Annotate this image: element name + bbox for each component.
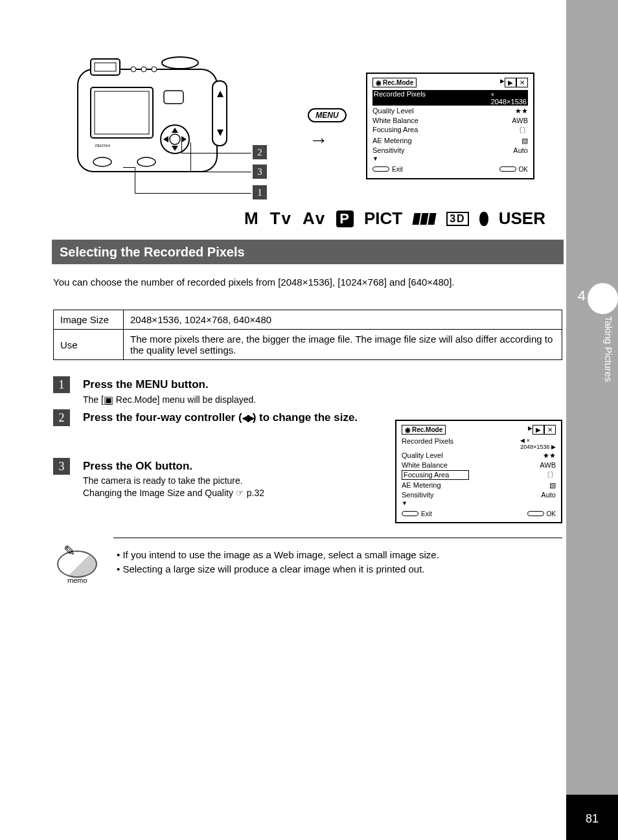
- memo-divider: [113, 538, 562, 538]
- spec-table: Image Size2048×1536, 1024×768, 640×480 U…: [53, 310, 562, 360]
- mode-pict: PICT: [364, 209, 402, 229]
- callout-3: 3: [253, 165, 267, 179]
- table-cell: The more pixels there are, the bigger th…: [124, 330, 562, 360]
- svg-point-3: [162, 57, 198, 69]
- svg-point-6: [152, 67, 157, 72]
- lcd-row-label: White Balance: [372, 117, 418, 124]
- metering-icon: ▧: [521, 137, 528, 145]
- leader-line: [190, 142, 191, 172]
- svg-point-13: [93, 157, 111, 166]
- step-3-sub1: The camera is ready to take the picture.: [83, 475, 381, 486]
- callout-1: 1: [253, 185, 267, 199]
- memo-label: memo: [67, 576, 87, 584]
- table-cell: 2048×1536, 1024×768, 640×480: [124, 310, 562, 330]
- step-1-text: Press the MENU button. The [▣ Rec.Mode] …: [83, 378, 556, 407]
- svg-rect-2: [95, 63, 116, 71]
- callout-2: 2: [253, 145, 267, 159]
- lcd-row-label: AE Metering: [372, 137, 412, 145]
- lcd-row-value: Auto: [513, 146, 528, 154]
- step-3-sub2: Changing the Image Size and Quality ☞ p.…: [83, 488, 381, 498]
- lcd-row-value: ×2048×1536: [491, 90, 527, 106]
- section-tab-caption: Taking Pictures: [603, 316, 614, 382]
- step-number-2: 2: [53, 409, 70, 426]
- svg-rect-10: [164, 91, 183, 104]
- lcd-preview-step: ◉Rec.Mode ▶ ▶ ✕ Recorded Pixels◀ ×2048×1…: [395, 420, 562, 523]
- chevron-right-icon: ▶: [528, 425, 532, 435]
- play-tab-icon: ▶: [532, 425, 544, 435]
- leader-line: [135, 167, 135, 193]
- table-cell: Image Size: [54, 310, 124, 330]
- margin-sidebar: [566, 0, 618, 840]
- setup-tab-icon: ✕: [544, 425, 556, 435]
- svg-point-4: [131, 67, 136, 72]
- lcd-foot-left: Exit: [421, 510, 432, 517]
- mode-m: M: [244, 209, 260, 229]
- lcd-foot-right: OK: [547, 510, 556, 517]
- lcd-row-label: Quality Level: [372, 107, 414, 115]
- mode-3d-icon: 3D: [446, 212, 468, 226]
- arrow-right-icon: →: [309, 129, 328, 151]
- page-number: 81: [586, 812, 599, 826]
- leader-line: [135, 193, 251, 194]
- lcd-row-value: ★★: [543, 451, 556, 460]
- menu-button-icon: MENU: [308, 108, 347, 122]
- setup-tab-icon: ✕: [516, 78, 528, 87]
- lcd-row-value: AWB: [512, 117, 528, 124]
- mode-dial-strip: M Tv Av P PICT 3D USER: [244, 209, 545, 229]
- mode-p-icon: P: [336, 210, 354, 227]
- step-3-text: Press the OK button.: [83, 459, 381, 474]
- lcd-row-label: AE Metering: [402, 481, 441, 490]
- table-cell: Use: [54, 330, 124, 360]
- camera-icon: ◉: [405, 426, 411, 433]
- svg-rect-7: [212, 81, 227, 146]
- section-heading: Selecting the Recorded Pixels: [52, 240, 564, 264]
- lcd-row-label: Quality Level: [402, 451, 443, 460]
- lcd-row-value: AWB: [540, 461, 556, 469]
- lcd-tab-label: Rec.Mode: [383, 79, 413, 86]
- lcd-row-value: ★★: [515, 107, 528, 115]
- lcd-row-label: Focusing Area: [372, 126, 418, 135]
- leader-line: [123, 167, 135, 168]
- camera-icon: ▣: [104, 394, 113, 405]
- focus-area-icon: 〔 〕: [516, 126, 528, 135]
- lcd-row-label: Sensitivity: [372, 146, 405, 154]
- camera-icon: ◉: [376, 79, 382, 86]
- intro-text: You can choose the number of recorded pi…: [53, 275, 562, 289]
- step-number-3: 3: [53, 458, 70, 475]
- lcd-row-label: Recorded Pixels: [402, 437, 453, 450]
- left-right-icon: ◀▶: [242, 413, 253, 423]
- mode-filter-icon: [479, 212, 488, 226]
- lcd-row-label: Focusing Area: [402, 470, 469, 480]
- section-tab-number: 4: [578, 288, 586, 304]
- mode-tv: Tv: [270, 209, 292, 229]
- pin-icon: ✎: [63, 543, 75, 560]
- mode-panorama-icon: [413, 213, 436, 225]
- camera-illustration: PENTAX: [71, 55, 246, 187]
- leader-line: [181, 139, 182, 153]
- svg-point-12: [170, 134, 180, 144]
- metering-icon: ▧: [549, 481, 556, 490]
- lcd-row-label: Recorded Pixels: [374, 90, 426, 106]
- svg-point-14: [137, 157, 155, 166]
- lcd-preview-main: ◉Rec.Mode ▶ ▶ ✕ Recorded Pixels×2048×153…: [366, 73, 534, 179]
- lcd-row-value: ◀ ×2048×1536 ▶: [520, 437, 556, 450]
- focus-area-icon: 〔 〕: [544, 470, 556, 480]
- chevron-right-icon: ▶: [500, 78, 505, 87]
- lcd-row-label: Sensitivity: [402, 491, 434, 499]
- svg-text:PENTAX: PENTAX: [95, 144, 111, 148]
- memo-text: • If you intend to use the image as a We…: [117, 548, 557, 576]
- lcd-foot-right: OK: [519, 166, 528, 173]
- mode-user: USER: [499, 209, 545, 229]
- step-2-text: Press the four-way controller (◀▶) to ch…: [83, 411, 381, 426]
- lcd-foot-left: Exit: [392, 166, 403, 173]
- lcd-row-value: Auto: [541, 491, 556, 499]
- section-tab-circle: [588, 283, 618, 314]
- play-tab-icon: ▶: [505, 78, 516, 87]
- svg-point-5: [141, 67, 146, 72]
- lcd-row-label: White Balance: [402, 461, 448, 469]
- svg-rect-9: [95, 91, 149, 134]
- leader-line: [190, 172, 251, 172]
- lcd-tab-label: Rec.Mode: [412, 426, 442, 433]
- leader-line: [181, 153, 251, 153]
- mode-av: Av: [303, 209, 326, 229]
